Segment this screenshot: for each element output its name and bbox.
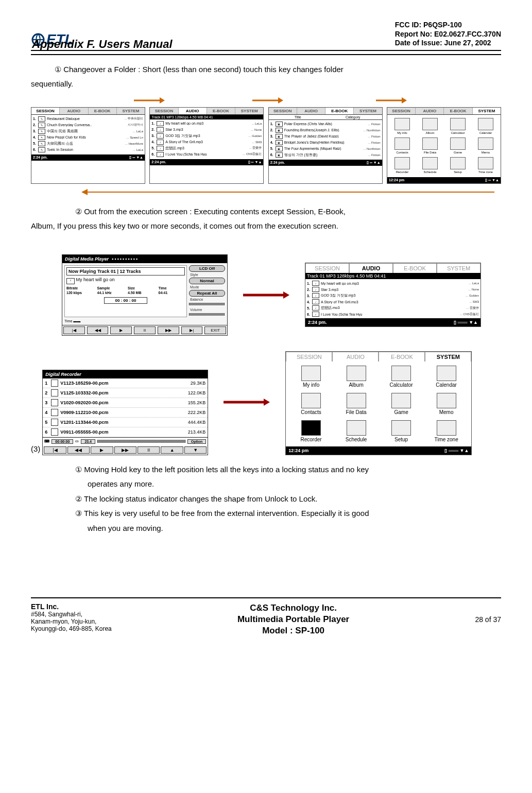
- system-item-setup[interactable]: Setup: [445, 157, 471, 174]
- tab-session[interactable]: SESSION: [150, 108, 178, 114]
- tab-system[interactable]: SYSTEM: [425, 352, 471, 361]
- tab-audio[interactable]: AUDIO: [349, 263, 393, 273]
- system-item-schedule[interactable]: Schedule: [335, 420, 377, 442]
- system-item-contacts[interactable]: Contacts: [389, 137, 415, 154]
- normal-button[interactable]: Normal: [189, 278, 225, 284]
- list-item[interactable]: 2.▣Founding Brothers(Joseph J. Ellis)...…: [270, 127, 381, 133]
- system-item-album[interactable]: Album: [335, 366, 377, 388]
- tab-system[interactable]: SYSTEM: [117, 108, 145, 114]
- system-item-calendar[interactable]: Calendar: [473, 118, 499, 134]
- system-item-contacts[interactable]: Contacts: [290, 393, 332, 415]
- system-item-timezone[interactable]: Time zone: [473, 157, 499, 174]
- tab-session[interactable]: SESSION: [269, 108, 297, 114]
- system-item-game[interactable]: Game: [380, 393, 422, 415]
- list-item[interactable]: 5.♪悲戀話.mp3... 音樂作: [151, 145, 262, 151]
- tab-audio[interactable]: AUDIO: [179, 108, 207, 114]
- recorder-item[interactable]: 2V1125-103332-00.pcm122.0KB: [43, 388, 208, 398]
- list-item[interactable]: 3.▣The Prayer of Jabez (David Kopp)... F…: [270, 133, 381, 140]
- play-button[interactable]: ▶: [91, 446, 113, 454]
- down-button[interactable]: ▼: [184, 446, 207, 454]
- tab-audio[interactable]: AUDIO: [416, 108, 444, 114]
- tab-ebook[interactable]: E-BOOK: [207, 108, 235, 114]
- list-item[interactable]: 4.✎New Peppl Club for Kids... Speed Ln: [33, 134, 143, 141]
- system-item-schedule[interactable]: Schedule: [417, 157, 443, 174]
- play-button[interactable]: ▶: [110, 326, 132, 334]
- list-item[interactable]: 2.✎Chuch Everyday Conversa..시사영어사: [33, 122, 143, 128]
- list-item[interactable]: 6.▣명상의 가면 (정현종)... Fiction: [270, 152, 381, 158]
- volume-slider[interactable]: [189, 313, 225, 316]
- list-item[interactable]: 5.✎大韓民國의 山岳... HeartMore: [33, 141, 143, 147]
- list-item[interactable]: 6.♪I Love You (Scha Tea Hyu... CNS音飯社: [151, 151, 262, 158]
- tab-system[interactable]: SYSTEM: [354, 108, 382, 114]
- recorder-item[interactable]: 1V1123-185259-00.pcm29.3KB: [43, 378, 208, 388]
- recorder-item[interactable]: 4V0909-112210-00.pcm222.2KB: [43, 408, 208, 418]
- rewind-button[interactable]: ◀◀: [67, 446, 90, 454]
- recorder-item[interactable]: 3V1020-092020-00.pcm155.2KB: [43, 398, 208, 408]
- list-item[interactable]: 1.✎Restaurant Dialogue... 中央出版社: [33, 116, 143, 122]
- tab-system[interactable]: SYSTEM: [437, 263, 480, 273]
- tab-audio[interactable]: AUDIO: [297, 108, 325, 114]
- list-item[interactable]: 5.▣The Four Agreements (Miguel Ralz)... …: [270, 146, 381, 152]
- forward-button[interactable]: ▶▶: [114, 446, 136, 454]
- system-item-timezone[interactable]: Time zone: [425, 420, 468, 442]
- tab-audio[interactable]: AUDIO: [332, 352, 379, 361]
- system-item-memo[interactable]: Memo: [425, 393, 468, 415]
- list-item[interactable]: 3.♪GOD 3집 거짓말.mp3... Golden: [151, 133, 262, 139]
- tab-session[interactable]: SESSION: [31, 108, 60, 114]
- list-item[interactable]: 6.✎Toeic In Session... LaLa: [33, 147, 143, 153]
- tab-ebook[interactable]: E-BOOK: [89, 108, 117, 114]
- system-item-recorder[interactable]: Recorder: [389, 157, 415, 174]
- tab-audio[interactable]: AUDIO: [60, 108, 88, 114]
- pause-button[interactable]: II: [138, 446, 160, 454]
- tab-session[interactable]: SESSION: [286, 352, 332, 361]
- list-item[interactable]: 1.♪My heart will go on.mp3... LaLa: [307, 280, 479, 286]
- list-item[interactable]: 4.♪A Story of The Gril.mo3... SM3: [307, 299, 479, 305]
- tab-session[interactable]: SESSION: [387, 108, 416, 114]
- system-item-memo[interactable]: Memo: [473, 137, 499, 154]
- rewind-button[interactable]: ◀◀: [87, 326, 109, 334]
- prev-track-button[interactable]: |◀: [63, 326, 85, 334]
- list-item[interactable]: 2.♪Star 3.mp3... None: [151, 127, 262, 133]
- option-button[interactable]: Option: [187, 439, 207, 444]
- tab-ebook[interactable]: E-BOOK: [379, 352, 425, 361]
- system-item-calculator[interactable]: Calculator: [380, 366, 422, 388]
- list-item[interactable]: 5.♪悲戀話.mo3... 音樂作: [307, 305, 479, 311]
- keyboard-icon[interactable]: ⌨: [44, 439, 49, 443]
- exit-button[interactable]: EXIT: [204, 326, 226, 334]
- next-track-button[interactable]: ▶|: [181, 326, 203, 334]
- forward-button[interactable]: ▶▶: [158, 326, 179, 334]
- tab-system[interactable]: SYSTEM: [473, 108, 501, 114]
- system-item-calculator[interactable]: Calculator: [445, 118, 471, 134]
- system-item-filedata[interactable]: File Data: [335, 393, 377, 415]
- list-item[interactable]: 6.♪I Love You (Scha Tea Hyu... CNS音飯社: [307, 311, 479, 317]
- tab-ebook[interactable]: E-BOOK: [444, 108, 472, 114]
- list-item[interactable]: 3.♪GOD 3집 거짓말.mp3... Golden: [307, 292, 479, 299]
- system-item-recorder[interactable]: Recorder: [290, 420, 332, 442]
- tab-session[interactable]: SESSION: [305, 263, 349, 273]
- recorder-item[interactable]: 6V0911-055555-00.pcm213.4KB: [43, 427, 208, 437]
- system-item-myinfo[interactable]: My info: [389, 118, 415, 134]
- prev-button[interactable]: |◀: [44, 446, 66, 454]
- pause-button[interactable]: II: [134, 326, 156, 334]
- repeat-button[interactable]: Repeat All: [189, 290, 225, 297]
- system-item-game[interactable]: Game: [445, 137, 471, 154]
- progress-bar[interactable]: [97, 440, 185, 443]
- list-item[interactable]: 2.♪Star 3.mp3... None: [307, 286, 479, 292]
- system-item-filedata[interactable]: File Data: [417, 137, 443, 154]
- up-button[interactable]: ▲: [161, 446, 183, 454]
- lcd-off-button[interactable]: LCD Off: [189, 265, 225, 272]
- list-item[interactable]: 4.♪A Story of The Gril.mp3... SM3: [151, 139, 262, 145]
- tab-system[interactable]: SYSTEM: [235, 108, 263, 114]
- tab-ebook[interactable]: E-BOOK: [393, 263, 437, 273]
- list-item[interactable]: 1.♪My heart will go on.mp3... LaLa: [151, 120, 262, 127]
- system-item-myinfo[interactable]: My info: [290, 366, 332, 388]
- list-item[interactable]: 3.✎中国의 民俗 風俗圖... LaLa: [33, 128, 143, 134]
- system-item-setup[interactable]: Setup: [380, 420, 422, 442]
- tab-ebook[interactable]: E-BOOK: [325, 108, 354, 114]
- list-item[interactable]: 1.▣Polar Express (Chris Van Alls)... Fic…: [270, 121, 381, 127]
- system-item-calendar[interactable]: Calendar: [425, 366, 468, 388]
- list-item[interactable]: 4.▣Bridget Jones's Diary(Hellen Fielding…: [270, 140, 381, 146]
- recorder-item[interactable]: 5V1201-113344-00.pcm444.4KB: [43, 418, 208, 427]
- balance-slider[interactable]: [189, 303, 225, 305]
- system-item-album[interactable]: Album: [417, 118, 443, 134]
